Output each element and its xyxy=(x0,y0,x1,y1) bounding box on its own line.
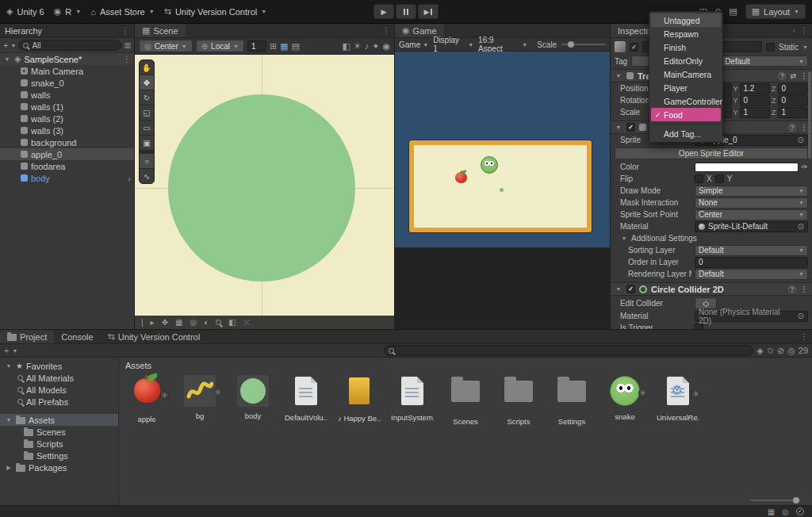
add-tag-option[interactable]: Add Tag... xyxy=(651,127,721,140)
expand-arrow-icon[interactable]: › xyxy=(213,388,222,396)
tool-settings-icon[interactable]: ▤ xyxy=(292,41,300,52)
tag-option-respawn[interactable]: Respawn xyxy=(651,27,721,40)
scale-z-field[interactable]: 1 xyxy=(778,107,808,118)
foldout-icon[interactable]: ▼ xyxy=(620,236,628,241)
transform-tool-button[interactable]: ▣ xyxy=(140,136,154,150)
panel-menu-icon[interactable]: ⋮ xyxy=(800,332,808,341)
version-control-menu[interactable]: ⇆ Unity Version Control▼ xyxy=(164,6,266,17)
sorting-layer-dropdown[interactable]: Default▼ xyxy=(695,245,808,256)
panel-menu-icon[interactable]: ⋮ xyxy=(121,26,129,35)
gizmos-icon[interactable]: ◉ xyxy=(382,41,390,52)
tag-option-maincamera[interactable]: MainCamera xyxy=(651,67,721,81)
more-icon[interactable]: ⤫ xyxy=(243,318,250,327)
pause-button[interactable] xyxy=(396,4,416,19)
object-picker-icon[interactable]: ⊙ xyxy=(798,312,804,320)
component-enabled-checkbox[interactable]: ✓ xyxy=(626,123,635,132)
hierarchy-item-background[interactable]: background xyxy=(0,136,134,148)
status-ok-icon[interactable]: ✓ xyxy=(796,507,804,515)
hidden-packages-icon[interactable]: ◎ xyxy=(787,346,795,356)
rotation-y-field[interactable]: 0 xyxy=(740,95,770,106)
lighting-toggle-icon[interactable]: ☀ xyxy=(354,41,362,52)
order-in-layer-field[interactable]: 0 xyxy=(695,257,808,268)
snap-increment-icon[interactable]: ▦ xyxy=(280,41,288,52)
object-picker-icon[interactable]: ⊙ xyxy=(798,222,804,231)
move-tool-button[interactable]: ✥ xyxy=(140,75,154,90)
pivot-mode-dropdown[interactable]: ◎Center▼ xyxy=(139,40,193,52)
prefab-open-arrow-icon[interactable]: › xyxy=(128,174,134,183)
asset-default-volume[interactable]: DefaultVolu... xyxy=(285,373,327,426)
view-tool-button[interactable]: ✋ xyxy=(140,60,154,75)
tag-option-finish[interactable]: Finish xyxy=(651,40,721,54)
search-by-label-icon[interactable]: ✩ xyxy=(767,346,774,356)
color-swatch[interactable] xyxy=(695,163,799,172)
favorite-all-prefabs[interactable]: All Prefabs xyxy=(0,396,118,408)
expand-arrow-icon[interactable]: › xyxy=(160,391,169,400)
tree-scenes-folder[interactable]: Scenes xyxy=(0,426,118,438)
project-search-input[interactable] xyxy=(384,345,753,356)
rotation-z-field[interactable]: 0 xyxy=(778,95,808,106)
account-menu[interactable]: ◉ R▼ xyxy=(54,6,82,17)
add-object-button[interactable]: + xyxy=(3,40,8,50)
search-icon[interactable] xyxy=(216,320,221,325)
asset-apple[interactable]: ›apple xyxy=(125,373,168,426)
edit-collider-tool-button[interactable]: ○ xyxy=(140,154,154,168)
foldout-icon[interactable]: ▼ xyxy=(615,286,622,292)
foldout-icon[interactable]: ▼ xyxy=(615,124,622,130)
presets-icon[interactable]: ⇄ xyxy=(790,72,796,80)
component-menu-icon[interactable]: ⋮ xyxy=(800,285,808,293)
drag-handle-icon[interactable]: | xyxy=(141,318,144,327)
hierarchy-item-apple-0[interactable]: apple_0 xyxy=(0,148,134,160)
favorite-all-materials[interactable]: All Materials xyxy=(0,372,118,384)
hierarchy-item-walls-2[interactable]: walls (2) xyxy=(0,113,134,124)
scale-tool-button[interactable]: ◱ xyxy=(140,105,154,120)
notifications-icon[interactable]: ▤ xyxy=(729,6,737,17)
tag-option-editoronly[interactable]: EditorOnly xyxy=(651,54,721,67)
layout-dropdown[interactable]: ▦ Layout▼ xyxy=(745,4,806,19)
gameobject-icon[interactable] xyxy=(615,41,626,52)
aspect-ratio-dropdown[interactable]: 16:9 Aspect▼ xyxy=(478,36,527,53)
save-search-icon[interactable]: ⊘ xyxy=(777,346,784,356)
panel-menu-icon[interactable]: ⋮ xyxy=(800,26,808,35)
draw-mode-dropdown[interactable]: Simple▼ xyxy=(695,186,808,197)
foldout-icon[interactable]: ▼ xyxy=(615,73,622,79)
tag-option-gamecontroller[interactable]: GameController xyxy=(651,94,721,108)
asset-zoom-slider[interactable] xyxy=(750,500,801,501)
camera-settings-icon[interactable]: ◧ xyxy=(342,41,350,52)
notifications-bell-icon[interactable]: ◎ xyxy=(782,507,789,516)
camera-icon[interactable]: ◧ xyxy=(228,318,236,327)
scene-visibility-icon[interactable]: ▥ xyxy=(124,41,131,49)
custom-tool-button[interactable]: ∿ xyxy=(140,169,154,183)
play-overlay-icon[interactable]: ▸ xyxy=(151,318,155,327)
flip-y-checkbox[interactable] xyxy=(715,174,724,183)
panel-menu-icon[interactable]: ⋮ xyxy=(382,26,390,35)
object-picker-icon[interactable]: ⊙ xyxy=(798,136,804,144)
audio-toggle-icon[interactable]: ♪ xyxy=(365,41,370,51)
hierarchy-item-foodarea[interactable]: foodarea xyxy=(0,160,134,172)
favorites-foldout[interactable]: ▼★Favorites xyxy=(0,360,118,372)
expand-arrow-icon[interactable]: › xyxy=(638,389,647,397)
hierarchy-search-input[interactable]: All xyxy=(18,40,121,51)
handle-space-dropdown[interactable]: ⊕Local▼ xyxy=(196,40,244,52)
expand-arrow-icon[interactable]: › xyxy=(691,389,700,398)
asset-scenes-folder[interactable]: Scenes xyxy=(444,373,487,426)
scene-canvas[interactable]: ✋ ✥ ↻ ◱ ▭ ▣ ○ ∿ | ▸ ✥ ▦ ◎ ◐ ◧ ⤫ xyxy=(135,55,394,329)
active-checkbox[interactable]: ✓ xyxy=(630,43,638,52)
component-enabled-checkbox[interactable]: ✓ xyxy=(626,285,635,293)
asset-happy-audio[interactable]: ♪ Happy Be... xyxy=(338,373,381,426)
help-icon[interactable]: ? xyxy=(778,72,786,80)
scene-row[interactable]: ▼ ◈ SampleScene* ⋮ xyxy=(0,53,134,65)
eyedropper-icon[interactable]: ✑ xyxy=(802,163,808,171)
hierarchy-item-snake-0[interactable]: snake_0 xyxy=(0,77,134,89)
tag-option-food[interactable]: ✓Food xyxy=(651,108,721,121)
chevron-down-icon[interactable]: ▼ xyxy=(12,348,17,354)
asset-scripts-folder[interactable]: Scripts xyxy=(497,373,540,426)
favorite-all-models[interactable]: All Models xyxy=(0,384,118,396)
asset-snake[interactable]: ›snake xyxy=(603,373,646,426)
rendering-layer-dropdown[interactable]: Default▼ xyxy=(695,269,808,280)
game-mode-dropdown[interactable]: Game▼ xyxy=(399,40,428,49)
grid-size-field[interactable]: 1 xyxy=(247,40,266,52)
component-menu-icon[interactable]: ⋮ xyxy=(800,123,808,132)
tab-project[interactable]: Project xyxy=(0,330,54,343)
is-trigger-checkbox[interactable] xyxy=(695,324,703,329)
sort-point-dropdown[interactable]: Center▼ xyxy=(695,209,808,220)
